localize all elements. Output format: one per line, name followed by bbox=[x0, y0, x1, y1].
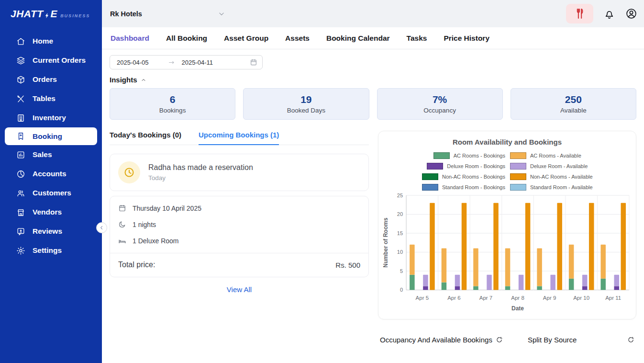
view-all-link[interactable]: View All bbox=[110, 285, 369, 294]
sidebar-item-label: Settings bbox=[33, 246, 62, 255]
bookings-tabs: Today's Bookings (0)Upcoming Bookings (1… bbox=[110, 131, 369, 145]
legend-swatch bbox=[510, 184, 526, 191]
chevron-down-icon bbox=[217, 10, 226, 18]
sidebar-item-accounts[interactable]: Accounts bbox=[5, 164, 97, 183]
legend-label: Deluxe Room - Available bbox=[530, 163, 588, 169]
tab-tasks[interactable]: Tasks bbox=[407, 34, 427, 43]
legend-swatch bbox=[510, 163, 526, 170]
stat-label: Occupancy bbox=[423, 107, 456, 114]
brand-name-end: E bbox=[51, 8, 58, 20]
sidebar-item-tables[interactable]: Tables bbox=[5, 89, 97, 108]
legend-item-non-ac-rooms-bookings[interactable]: Non-AC Rooms - Bookings bbox=[378, 173, 507, 180]
legend-label: Non-AC Rooms - Bookings bbox=[442, 174, 505, 180]
vendors-icon bbox=[16, 208, 25, 217]
split-by-source-title: Split By Source bbox=[528, 336, 577, 344]
sidebar-item-label: Accounts bbox=[33, 170, 67, 178]
legend-item-standard-room-available[interactable]: Standard Room - Available bbox=[507, 184, 636, 191]
insights-toggle[interactable]: Insights bbox=[110, 76, 636, 84]
bookings-tab-today-s-bookings-0[interactable]: Today's Bookings (0) bbox=[110, 131, 181, 145]
nav-tabbar: DashboardAll BookingAsset GroupAssetsBoo… bbox=[102, 27, 644, 49]
reservation-card[interactable]: Radha has made a reservation Today bbox=[110, 154, 369, 191]
legend-item-ac-rooms-available[interactable]: AC Rooms - Available bbox=[507, 152, 636, 159]
svg-text:Apr 7: Apr 7 bbox=[479, 295, 493, 301]
tab-all-booking[interactable]: All Booking bbox=[166, 34, 207, 43]
date-range-picker[interactable]: 2025-04-05 2025-04-11 bbox=[110, 55, 263, 69]
sidebar-item-reviews[interactable]: Reviews bbox=[5, 222, 97, 241]
stat-value: 250 bbox=[565, 94, 582, 105]
restaurant-mode-button[interactable] bbox=[566, 4, 593, 23]
legend-swatch bbox=[510, 152, 526, 159]
date-range-end[interactable]: 2025-04-11 bbox=[182, 59, 213, 66]
reservation-when: Today bbox=[148, 174, 253, 182]
bookings-tab-upcoming-bookings-1[interactable]: Upcoming Bookings (1) bbox=[199, 131, 279, 145]
svg-text:20: 20 bbox=[397, 211, 403, 217]
legend-swatch bbox=[422, 173, 438, 180]
calendar-icon bbox=[118, 204, 126, 212]
refresh-icon[interactable] bbox=[496, 336, 503, 343]
clock-icon bbox=[123, 167, 135, 178]
chart-panel: Room Availability and Bookings AC Rooms … bbox=[378, 131, 636, 344]
svg-text:5: 5 bbox=[400, 268, 403, 274]
svg-text:Apr 9: Apr 9 bbox=[543, 295, 556, 301]
detail-row-calendar: Thursday 10 April 2025 bbox=[118, 204, 360, 212]
sidebar-item-settings[interactable]: Settings bbox=[5, 241, 97, 260]
date-range-start[interactable]: 2025-04-05 bbox=[117, 59, 149, 66]
tab-asset-group[interactable]: Asset Group bbox=[224, 34, 268, 43]
panels: Today's Bookings (0)Upcoming Bookings (1… bbox=[110, 131, 636, 344]
stat-label: Available bbox=[560, 107, 587, 114]
svg-text:Apr 10: Apr 10 bbox=[573, 295, 589, 301]
bell-icon bbox=[603, 8, 615, 20]
reservation-summary: Radha has made a reservation Today bbox=[148, 163, 253, 182]
legend-item-standard-room-bookings[interactable]: Standard Room - Bookings bbox=[378, 184, 507, 191]
legend-swatch bbox=[510, 173, 526, 180]
store-selector[interactable]: Rk Hotels bbox=[110, 10, 226, 18]
tables-icon bbox=[16, 94, 25, 103]
tab-booking-calendar[interactable]: Booking Calendar bbox=[326, 34, 390, 43]
sidebar-item-sales[interactable]: Sales bbox=[5, 145, 97, 164]
legend-item-non-ac-rooms-available[interactable]: Non-AC Rooms - Available bbox=[507, 173, 636, 180]
sidebar-item-inventory[interactable]: Inventory bbox=[5, 108, 97, 127]
booking-icon bbox=[16, 132, 25, 141]
store-name: Rk Hotels bbox=[110, 10, 142, 18]
sidebar-item-orders[interactable]: Orders bbox=[5, 70, 97, 89]
svg-text:Number of Rooms: Number of Rooms bbox=[382, 217, 389, 267]
sidebar-item-customers[interactable]: Customers bbox=[5, 183, 97, 203]
sidebar-item-label: Current Orders bbox=[33, 56, 86, 65]
sidebar-item-label: Inventory bbox=[33, 113, 66, 122]
sidebar-item-booking[interactable]: Booking bbox=[5, 127, 97, 145]
svg-text:Apr 6: Apr 6 bbox=[447, 295, 461, 301]
insights-title: Insights bbox=[110, 76, 137, 84]
stat-label: Booked Days bbox=[287, 107, 325, 114]
legend-label: AC Rooms - Available bbox=[530, 153, 581, 159]
account-button[interactable] bbox=[625, 8, 637, 20]
detail-text: Thursday 10 April 2025 bbox=[133, 204, 201, 212]
svg-text:Apr 8: Apr 8 bbox=[511, 295, 524, 301]
orders-icon bbox=[16, 75, 25, 84]
calendar-icon bbox=[250, 58, 257, 66]
stat-label: Bookings bbox=[159, 107, 186, 114]
stat-card-booked-days: 19Booked Days bbox=[243, 88, 369, 120]
fork-knife-icon bbox=[574, 8, 586, 20]
inventory-icon bbox=[16, 113, 25, 123]
tab-assets[interactable]: Assets bbox=[285, 34, 310, 43]
notifications-button[interactable] bbox=[603, 8, 615, 20]
detail-row-bed: 1 Deluxe Room bbox=[118, 237, 360, 245]
sidebar-item-label: Vendors bbox=[33, 208, 62, 216]
current-orders-icon bbox=[16, 56, 25, 65]
sidebar-item-home[interactable]: Home bbox=[5, 32, 97, 51]
sidebar-item-current-orders[interactable]: Current Orders bbox=[5, 51, 97, 70]
chart-legend: AC Rooms - BookingsAC Rooms - AvailableD… bbox=[378, 152, 636, 191]
refresh-icon[interactable] bbox=[627, 336, 634, 343]
sidebar-collapse-button[interactable] bbox=[96, 222, 107, 233]
legend-item-ac-rooms-bookings[interactable]: AC Rooms - Bookings bbox=[378, 152, 507, 159]
tab-dashboard[interactable]: Dashboard bbox=[111, 34, 149, 43]
sidebar-menu: HomeCurrent OrdersOrdersTablesInventoryB… bbox=[0, 32, 102, 260]
legend-swatch bbox=[427, 163, 443, 170]
room-availability-chart: 0510152025Apr 5Apr 6Apr 7Apr 8Apr 9Apr 1… bbox=[381, 193, 633, 315]
legend-item-deluxe-room-available[interactable]: Deluxe Room - Available bbox=[507, 163, 636, 170]
sidebar-item-vendors[interactable]: Vendors bbox=[5, 203, 97, 222]
stat-card-available: 250Available bbox=[511, 88, 636, 120]
tab-price-history[interactable]: Price History bbox=[444, 34, 489, 43]
legend-item-deluxe-room-bookings[interactable]: Deluxe Room - Bookings bbox=[378, 163, 507, 170]
svg-text:Date: Date bbox=[511, 305, 524, 312]
